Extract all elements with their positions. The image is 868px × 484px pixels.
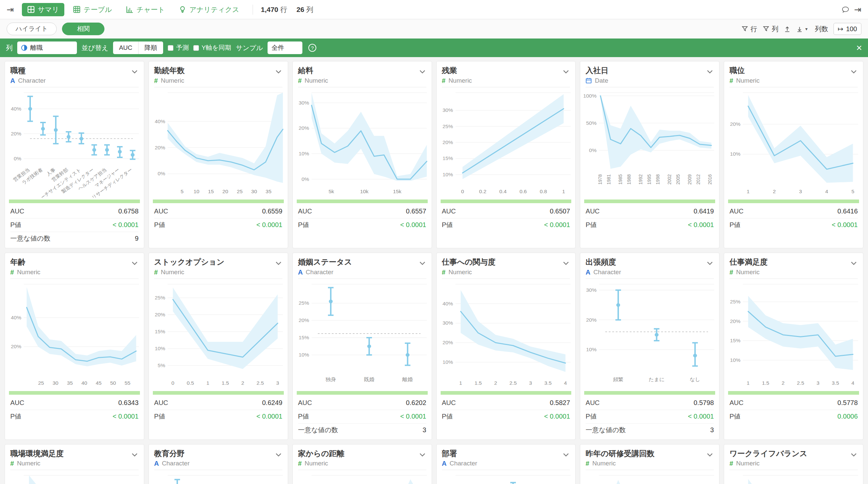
tab-label: チャート <box>136 5 165 14</box>
auc-strength-bar <box>441 200 571 203</box>
target-column-select[interactable]: 離職 <box>17 41 77 54</box>
svg-text:3.5: 3.5 <box>544 380 551 386</box>
expand-right-icon[interactable]: ⇥ <box>854 5 861 14</box>
svg-text:15: 15 <box>208 189 214 194</box>
svg-text:0.8: 0.8 <box>539 189 547 194</box>
svg-text:4: 4 <box>851 380 855 386</box>
numeric-type-icon: # <box>730 460 733 467</box>
numeric-type-icon: # <box>10 460 14 467</box>
svg-text:1: 1 <box>747 189 750 194</box>
tab-table[interactable]: テーブル <box>68 3 117 16</box>
correlation-button[interactable]: 相関 <box>62 23 104 35</box>
pvalue-row: P値< 0.0001 <box>298 218 426 232</box>
svg-text:5%: 5% <box>157 363 165 368</box>
download-icon[interactable]: ▾ <box>796 26 808 32</box>
card-header: 婚姻ステータス ACharacter <box>298 253 426 279</box>
column-limit-input[interactable]: ↦ 100 <box>834 23 861 35</box>
logical-type-icon <box>21 45 27 51</box>
chevron-down-icon[interactable] <box>275 259 282 267</box>
svg-text:1985: 1985 <box>618 174 623 184</box>
sort-metric-select[interactable]: AUC <box>113 41 138 54</box>
chevron-down-icon[interactable] <box>562 68 570 76</box>
upload-icon[interactable] <box>784 26 791 32</box>
help-icon[interactable]: ? <box>308 44 316 52</box>
chevron-down-icon[interactable] <box>850 68 858 76</box>
collapse-left-icon[interactable]: ⇥ <box>7 5 14 14</box>
summary-card: 昨年の研修受講回数 #Numeric 10%20%30%0246 <box>580 444 719 484</box>
column-type: #Numeric <box>298 77 328 84</box>
sync-y-axis-checkbox[interactable]: Y軸を同期 <box>193 44 231 52</box>
sample-select[interactable]: 全件 <box>268 41 302 54</box>
card-chart: 10%20%30%1234 <box>5 470 144 484</box>
svg-text:3: 3 <box>816 380 819 386</box>
card-stats: AUC0.6557 P値< 0.0001 <box>293 204 432 232</box>
auc-strength-bar <box>153 391 284 395</box>
tab-summary[interactable]: サマリ <box>22 3 64 16</box>
chevron-down-icon[interactable] <box>275 68 282 76</box>
card-chart: 10%20%30%510152025 <box>293 470 432 484</box>
filter-rows-button[interactable]: 行 <box>741 25 757 33</box>
card-chart: 0%20%40%5101520253035 <box>149 87 288 199</box>
chevron-down-icon[interactable] <box>131 259 138 267</box>
svg-text:20%: 20% <box>730 121 741 127</box>
svg-text:25: 25 <box>38 380 44 386</box>
svg-text:25%: 25% <box>299 300 309 306</box>
highlight-button[interactable]: ハイライト <box>7 23 57 35</box>
svg-text:1981: 1981 <box>606 174 611 184</box>
chevron-down-icon[interactable] <box>850 451 858 459</box>
numeric-type-icon: # <box>586 460 589 467</box>
chevron-down-icon[interactable] <box>562 259 570 267</box>
chevron-down-icon[interactable] <box>706 68 714 76</box>
chevron-down-icon[interactable] <box>706 451 714 459</box>
column-type: #Numeric <box>730 77 760 84</box>
chevron-down-icon[interactable] <box>418 259 426 267</box>
pvalue-row: P値< 0.0001 <box>442 410 570 423</box>
chevron-down-icon[interactable] <box>706 259 714 267</box>
svg-text:20%: 20% <box>155 312 165 317</box>
tab-label: テーブル <box>84 5 112 14</box>
character-type-icon: A <box>154 460 159 467</box>
summary-card: 職種 ACharacter 0%20%40%営業担当ラボ技術者人事営業幹部リサー… <box>5 61 144 248</box>
svg-text:20%: 20% <box>155 145 165 150</box>
numeric-type-icon: # <box>442 269 445 276</box>
chevron-down-icon[interactable] <box>275 451 282 459</box>
chevron-down-icon[interactable] <box>131 68 138 76</box>
sort-order-select[interactable]: 降順 <box>138 41 163 54</box>
svg-text:40%: 40% <box>11 106 22 112</box>
sample-label: サンプル <box>236 44 263 53</box>
chevron-down-icon[interactable] <box>562 451 570 459</box>
card-header: 勤続年数 #Numeric <box>154 61 282 87</box>
chevron-down-icon[interactable] <box>418 451 426 459</box>
forecast-checkbox[interactable]: 予測 <box>168 44 189 52</box>
filter-columns-button[interactable]: 列 <box>763 25 778 33</box>
svg-text:20%: 20% <box>442 139 453 145</box>
svg-text:2: 2 <box>494 380 497 386</box>
auc-row: AUC0.6416 <box>730 204 858 218</box>
card-chart: 10%15%20%25%30%00.20.40.60.81 <box>437 87 576 199</box>
svg-text:20%: 20% <box>11 131 22 137</box>
summary-card: 婚姻ステータス ACharacter 10%15%20%25%独身既婚離婚 AU… <box>292 253 432 440</box>
tab-label: サマリ <box>38 5 59 14</box>
numeric-type-icon: # <box>730 77 733 84</box>
table-icon <box>73 6 81 13</box>
card-title: 仕事満足度 <box>730 257 768 267</box>
chevron-down-icon[interactable] <box>850 259 858 267</box>
card-chart: 10%15%20%25%独身既婚離婚 <box>293 279 432 390</box>
close-icon[interactable]: × <box>856 43 862 53</box>
svg-text:25: 25 <box>237 189 243 194</box>
sort-label: 並び替え <box>82 44 108 53</box>
svg-text:2005: 2005 <box>675 174 681 184</box>
card-title: ワークライフバランス <box>730 449 807 458</box>
tab-analytics[interactable]: アナリティクス <box>174 3 244 16</box>
card-header: 残業 #Numeric <box>442 61 570 87</box>
card-stats: AUC0.6249 P値< 0.0001 <box>149 396 288 423</box>
card-stats: AUC0.5827 P値< 0.0001 <box>437 396 576 423</box>
svg-text:20%: 20% <box>11 344 22 349</box>
auc-strength-bar <box>153 200 284 203</box>
auc-strength-bar <box>9 200 140 203</box>
chevron-down-icon[interactable] <box>131 451 138 459</box>
tab-chart[interactable]: チャート <box>121 3 170 16</box>
divider <box>253 5 253 15</box>
chevron-down-icon[interactable] <box>418 68 426 76</box>
comment-icon[interactable] <box>841 6 849 13</box>
